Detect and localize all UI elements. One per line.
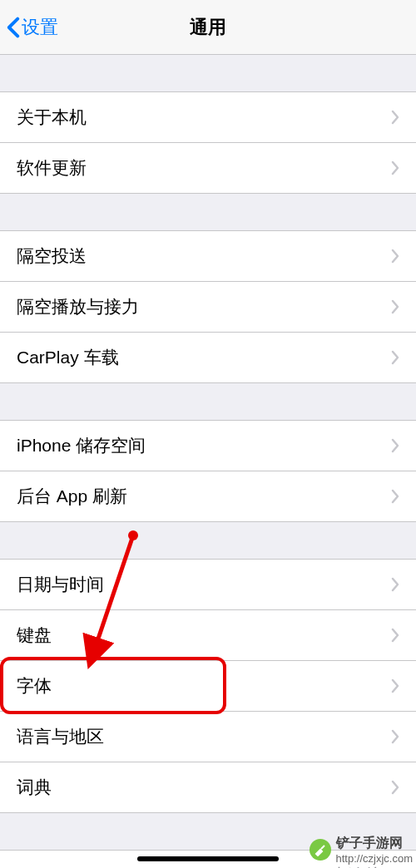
- row-software-update[interactable]: 软件更新: [0, 142, 416, 193]
- row-label: iPhone 储存空间: [17, 434, 391, 457]
- chevron-right-icon: [391, 110, 399, 125]
- row-dictionary[interactable]: 词典: [0, 762, 416, 812]
- row-label: 键盘: [17, 624, 391, 647]
- row-airplay-handoff[interactable]: 隔空播放与接力: [0, 281, 416, 332]
- chevron-right-icon: [391, 628, 399, 643]
- row-label: 关于本机: [17, 106, 391, 129]
- row-label: 后台 App 刷新: [17, 485, 391, 508]
- watermark-name: 铲子手游网: [336, 836, 403, 850]
- row-label: 字体: [17, 674, 391, 698]
- row-label: 语言与地区: [17, 725, 391, 748]
- watermark: 铲子手游网 http://czjxjc.com: [310, 835, 413, 865]
- row-carplay[interactable]: CarPlay 车载: [0, 332, 416, 382]
- chevron-right-icon: [391, 160, 399, 175]
- page-title: 通用: [190, 15, 226, 40]
- nav-bar: 设置 通用: [0, 0, 416, 55]
- row-label: 隔空投送: [17, 244, 391, 268]
- section-airdrop: 隔空投送 隔空播放与接力 CarPlay 车载: [0, 230, 416, 383]
- back-label: 设置: [22, 15, 58, 40]
- row-about[interactable]: 关于本机: [0, 92, 416, 142]
- chevron-left-icon: [7, 17, 20, 38]
- shovel-logo-icon: [310, 839, 331, 861]
- back-button[interactable]: 设置: [7, 15, 58, 40]
- row-fonts[interactable]: 字体: [0, 660, 416, 711]
- chevron-right-icon: [391, 780, 399, 795]
- chevron-right-icon: [391, 299, 399, 314]
- section-date-keyboard: 日期与时间 键盘 字体 语言与地区 词典: [0, 559, 416, 813]
- row-label: CarPlay 车载: [17, 346, 391, 369]
- chevron-right-icon: [391, 678, 399, 693]
- section-about: 关于本机 软件更新: [0, 91, 416, 194]
- row-iphone-storage[interactable]: iPhone 储存空间: [0, 421, 416, 471]
- row-label: 隔空播放与接力: [17, 295, 391, 318]
- row-label: 日期与时间: [17, 573, 391, 596]
- chevron-right-icon: [391, 350, 399, 365]
- row-label: 词典: [17, 776, 391, 799]
- svg-point-1: [128, 530, 138, 540]
- row-keyboard[interactable]: 键盘: [0, 609, 416, 660]
- chevron-right-icon: [391, 729, 399, 744]
- row-label: 软件更新: [17, 156, 391, 180]
- chevron-right-icon: [391, 249, 399, 264]
- chevron-right-icon: [391, 577, 399, 592]
- row-date-time[interactable]: 日期与时间: [0, 560, 416, 609]
- row-background-app-refresh[interactable]: 后台 App 刷新: [0, 471, 416, 521]
- chevron-right-icon: [391, 489, 399, 504]
- row-airdrop[interactable]: 隔空投送: [0, 231, 416, 281]
- section-storage: iPhone 储存空间 后台 App 刷新: [0, 420, 416, 522]
- chevron-right-icon: [391, 438, 399, 453]
- row-language-region[interactable]: 语言与地区: [0, 711, 416, 762]
- home-indicator: [137, 856, 279, 861]
- watermark-url: http://czjxjc.com: [336, 852, 413, 865]
